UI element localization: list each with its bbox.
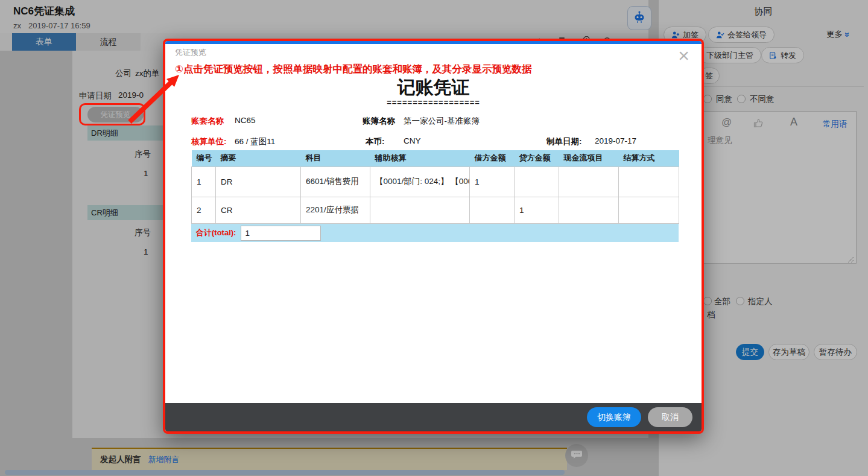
col-summary: 摘要 (216, 150, 301, 167)
col-credit: 贷方金额 (515, 150, 559, 167)
total-label: 合计(total): (196, 227, 236, 238)
table-header-row: 编号 摘要 科目 辅助核算 借方金额 贷方金额 现金流项目 结算方式 (192, 150, 679, 167)
cell-number: 1 (192, 167, 216, 197)
book-set-value: NC65 (235, 116, 256, 125)
annotation-arrow (115, 66, 187, 133)
cell-debit (470, 197, 515, 223)
cell-number: 2 (192, 197, 216, 223)
switch-book-button[interactable]: 切换账簿 (587, 407, 641, 427)
app-root: NC6凭证集成 zx2019-07-17 16:59 表单 流程 公司 zx的单… (0, 0, 868, 476)
voucher-date-value: 2019-07-17 (595, 136, 636, 145)
total-row: 合计(total): (191, 224, 679, 242)
voucher-preview-modal: 凭证预览 × ①点击凭证预览按钮，按照单据映射中配置的账套和账簿，及其分录显示预… (163, 39, 704, 434)
account-book-value: 第一家公司-基准账簿 (404, 116, 480, 127)
annotation-step-text: ①点击凭证预览按钮，按照单据映射中配置的账套和账簿，及其分录显示预览数据 (175, 63, 531, 76)
accounting-org-value: 66 / 蓝图11 (235, 136, 275, 147)
cell-settlement (619, 167, 679, 197)
cell-auxiliary (370, 197, 470, 223)
col-cashflow: 现金流项目 (559, 150, 619, 167)
book-set-label: 账套名称 (191, 116, 224, 127)
currency-value: CNY (404, 136, 421, 145)
cell-subject: 2201/应付票据 (301, 197, 370, 223)
cell-credit: 1 (515, 197, 559, 223)
close-icon[interactable]: × (678, 46, 689, 65)
accounting-org-label: 核算单位: (191, 136, 227, 147)
col-subject: 科目 (301, 150, 370, 167)
cell-summary: DR (216, 167, 301, 197)
cell-summary: CR (216, 197, 301, 223)
col-settlement: 结算方式 (619, 150, 679, 167)
cell-auxiliary: 【0001/部门: 024;】 【000: (370, 167, 470, 197)
cancel-button[interactable]: 取消 (648, 407, 692, 427)
col-auxiliary: 辅助核算 (370, 150, 470, 167)
cell-debit: 1 (470, 167, 515, 197)
cell-subject: 6601/销售费用 (301, 167, 370, 197)
modal-footer: 切换账簿 取消 (165, 403, 702, 431)
voucher-title-underline: ================== (165, 98, 702, 107)
cell-settlement (619, 197, 679, 223)
cell-cashflow (559, 167, 619, 197)
table-row: 1 DR 6601/销售费用 【0001/部门: 024;】 【000: 1 (192, 167, 679, 197)
voucher-title: 记账凭证 (165, 75, 702, 100)
cell-credit (515, 167, 559, 197)
voucher-entries-table: 编号 摘要 科目 辅助核算 借方金额 贷方金额 现金流项目 结算方式 1 DR … (191, 150, 679, 224)
total-input[interactable] (241, 226, 321, 241)
voucher-date-label: 制单日期: (546, 136, 582, 147)
col-debit: 借方金额 (470, 150, 515, 167)
table-row: 2 CR 2201/应付票据 1 (192, 197, 679, 223)
modal-header-title: 凭证预览 (175, 47, 206, 58)
account-book-label: 账簿名称 (363, 116, 395, 127)
col-number: 编号 (192, 150, 216, 167)
cell-cashflow (559, 197, 619, 223)
modal-top-accent (165, 41, 702, 44)
currency-label: 本币: (366, 136, 385, 147)
